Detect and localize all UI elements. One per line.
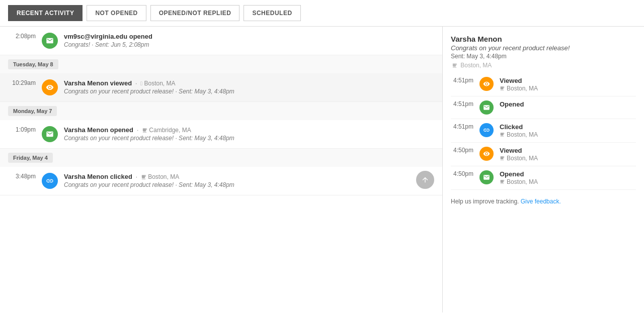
contact-location-top: Boston, MA <box>451 62 636 69</box>
timeline-content-3: Clicked Boston, MA <box>500 123 636 138</box>
timeline-action-1: Viewed <box>500 77 636 84</box>
timeline-time-4: 4:50pm <box>451 147 473 154</box>
activity-subtitle-2: Congrats on your recent product release!… <box>64 88 434 95</box>
timeline-loc-text-5: Boston, MA <box>507 178 538 185</box>
timeline-time-5: 4:50pm <box>451 170 473 177</box>
contact-location-text: Boston, MA <box>460 62 492 69</box>
day-header-monday: Monday, May 7 <box>0 102 442 120</box>
activity-subtitle-3: Congrats on your recent product release!… <box>64 135 434 142</box>
activity-sender-4: Varsha Menon clicked <box>64 173 132 180</box>
contact-name: Varsha Menon <box>451 35 636 43</box>
activity-title-2: Varsha Menon viewed ·  Boston, MA <box>64 79 434 87</box>
timeline-action-3: Clicked <box>500 123 636 131</box>
activity-item-2[interactable]: 10:29am Varsha Menon viewed ·  Boston, … <box>0 73 442 102</box>
day-badge-tuesday: Tuesday, May 8 <box>8 59 58 69</box>
activity-location-3: · Cambridge, MA <box>135 127 191 134</box>
location-text-3: Cambridge, MA <box>149 127 191 134</box>
monitor-icon-2:  <box>140 80 142 86</box>
view-icon-2 <box>42 79 58 95</box>
envelope-icon-1 <box>42 33 58 49</box>
day-badge-monday: Monday, May 7 <box>8 106 57 116</box>
timeline-content-1: Viewed Boston, MA <box>500 77 636 92</box>
envelope-icon-t5 <box>479 170 494 184</box>
tab-not-opened[interactable]: NOT OPENED <box>87 5 146 21</box>
activity-item-1[interactable]: 2:08pm vm9sc@virginia.edu opened Congrat… <box>0 27 442 55</box>
activity-item-3[interactable]: 1:09pm Varsha Menon opened · Cambridge, … <box>0 120 442 149</box>
activity-content-1: vm9sc@virginia.edu opened Congrats! · Se… <box>64 33 434 48</box>
timeline-item-4: 4:50pm Viewed Boston, MA <box>451 143 636 166</box>
location-text-4: Boston, MA <box>148 173 179 180</box>
timeline-item-5: 4:50pm Opened Boston, MA <box>451 166 636 190</box>
timeline-loc-text-1: Boston, MA <box>507 85 538 92</box>
feedback-section: Help us improve tracking. Give feedback. <box>451 198 636 205</box>
activity-content-4: Varsha Menon clicked · Boston, MA Congra… <box>64 173 434 188</box>
timeline-time-3: 4:51pm <box>451 123 473 130</box>
activity-content-3: Varsha Menon opened · Cambridge, MA Cong… <box>64 126 434 142</box>
activity-item-4[interactable]: 3:48pm Varsha Menon clicked · Boston, MA… <box>0 167 442 195</box>
view-icon-t4 <box>479 147 494 161</box>
view-icon-t1 <box>479 77 494 91</box>
right-panel: Varsha Menon Congrats on your recent pro… <box>443 27 644 312</box>
timeline-location-5: Boston, MA <box>500 178 636 185</box>
timeline-item-2: 4:51pm Opened <box>451 96 636 119</box>
tab-scheduled[interactable]: SCHEDULED <box>244 5 300 21</box>
location-text-2: Boston, MA <box>144 80 175 87</box>
click-icon-t3 <box>479 123 494 137</box>
activity-location-4: · Boston, MA <box>134 173 179 180</box>
activity-sender-1: vm9sc@virginia.edu opened <box>64 33 152 40</box>
day-header-friday: Friday, May 4 <box>0 149 442 167</box>
time-2: 10:29am <box>8 79 36 86</box>
time-4: 3:48pm <box>8 173 36 180</box>
timeline-loc-text-4: Boston, MA <box>507 155 538 162</box>
timeline-location-3: Boston, MA <box>500 131 636 138</box>
activity-sender-2: Varsha Menon viewed <box>64 79 132 87</box>
scroll-up-button[interactable] <box>416 171 434 189</box>
day-header-tuesday: Tuesday, May 8 <box>0 55 442 73</box>
tab-opened-not-replied[interactable]: OPENED/NOT REPLIED <box>150 5 240 21</box>
activity-subtitle-4: Congrats on your recent product release!… <box>64 181 434 188</box>
envelope-icon-3 <box>42 126 58 142</box>
timeline-location-4: Boston, MA <box>500 155 636 162</box>
timeline-time-2: 4:51pm <box>451 100 473 108</box>
timeline-action-5: Opened <box>500 170 636 178</box>
activity-subtitle-1: Congrats! · Sent: Jun 5, 2:08pm <box>64 41 434 48</box>
timeline-action-4: Viewed <box>500 147 636 154</box>
timeline-item-1: 4:51pm Viewed Boston, MA <box>451 73 636 96</box>
contact-sent: Sent: May 3, 4:48pm <box>451 53 636 60</box>
timeline-action-2: Opened <box>500 100 636 108</box>
timeline-location-1: Boston, MA <box>500 85 636 92</box>
day-badge-friday: Friday, May 4 <box>8 153 53 163</box>
timeline-content-5: Opened Boston, MA <box>500 170 636 185</box>
timeline-loc-text-3: Boston, MA <box>507 131 538 138</box>
activity-title-4: Varsha Menon clicked · Boston, MA <box>64 173 434 180</box>
time-3: 1:09pm <box>8 126 36 133</box>
activity-content-2: Varsha Menon viewed ·  Boston, MA Congr… <box>64 79 434 95</box>
timeline-content-2: Opened <box>500 100 636 108</box>
activity-title-3: Varsha Menon opened · Cambridge, MA <box>64 126 434 134</box>
activity-feed: 2:08pm vm9sc@virginia.edu opened Congrat… <box>0 27 443 312</box>
main-container: 2:08pm vm9sc@virginia.edu opened Congrat… <box>0 27 644 312</box>
timeline-content-4: Viewed Boston, MA <box>500 147 636 162</box>
envelope-icon-t2 <box>479 100 494 115</box>
time-1: 2:08pm <box>8 33 36 40</box>
tab-recent-activity[interactable]: RECENT ACTIVITY <box>8 5 83 21</box>
activity-location-2: ·  Boston, MA <box>134 80 176 87</box>
tab-bar: RECENT ACTIVITY NOT OPENED OPENED/NOT RE… <box>0 0 644 27</box>
timeline-time-1: 4:51pm <box>451 77 473 84</box>
activity-title-1: vm9sc@virginia.edu opened <box>64 33 434 40</box>
feedback-link[interactable]: Give feedback. <box>521 198 561 205</box>
click-icon-4 <box>42 173 58 189</box>
timeline-item-3: 4:51pm Clicked Boston, MA <box>451 119 636 143</box>
contact-subject: Congrats on your recent product release! <box>451 44 636 52</box>
activity-sender-3: Varsha Menon opened <box>64 126 133 134</box>
feedback-text: Help us improve tracking. <box>451 198 519 205</box>
